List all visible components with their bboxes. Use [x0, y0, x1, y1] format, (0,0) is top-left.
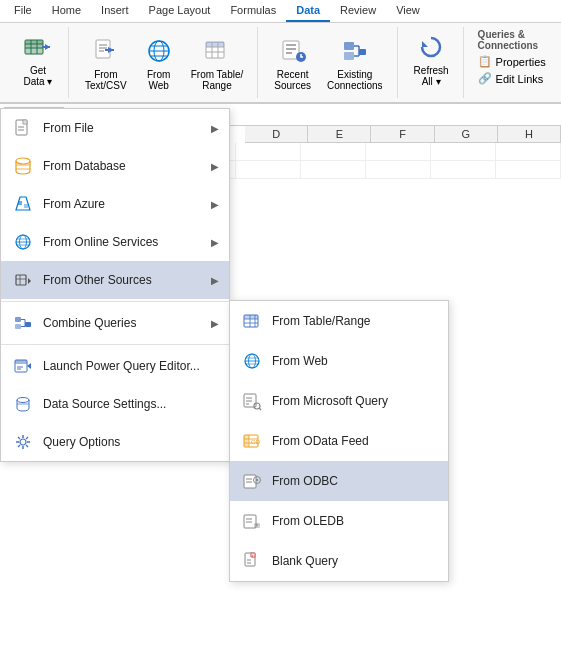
svg-rect-41: [23, 120, 27, 124]
ribbon-group-refresh: RefreshAll ▾: [400, 27, 464, 98]
tab-data[interactable]: Data: [286, 0, 330, 22]
combine-icon: [11, 311, 35, 335]
odbc-label: From ODBC: [272, 474, 438, 488]
from-web-ribbon-icon: [143, 35, 175, 67]
tab-insert[interactable]: Insert: [91, 0, 139, 22]
svg-point-44: [16, 158, 30, 164]
from-online-label: From Online Services: [43, 235, 211, 249]
menu-item-from-file[interactable]: From File ▶: [1, 109, 229, 147]
tab-view[interactable]: View: [386, 0, 430, 22]
get-data-label: GetData ▾: [24, 65, 53, 87]
tab-file[interactable]: File: [4, 0, 42, 22]
msquery-label: From Microsoft Query: [272, 394, 438, 408]
sheet-cell[interactable]: [366, 161, 431, 179]
secondary-menu-panel: From Table/Range From Web: [229, 300, 449, 582]
properties-label: Properties: [496, 56, 546, 68]
ribbon-group-import: FromText/CSV FromWeb: [71, 27, 258, 98]
odata-label: From OData Feed: [272, 434, 438, 448]
from-azure-arrow: ▶: [211, 199, 219, 210]
odata-icon: OD: [240, 429, 264, 453]
menu-item-queryopts[interactable]: Query Options: [1, 423, 229, 461]
existing-connections-icon: [339, 35, 371, 67]
from-range-icon: [201, 35, 233, 67]
edit-links-button[interactable]: 🔗 Edit Links: [474, 70, 550, 87]
launch-icon: [11, 354, 35, 378]
get-data-button[interactable]: GetData ▾: [16, 27, 60, 91]
svg-marker-69: [27, 363, 31, 369]
menu-item-from-other[interactable]: From Other Sources ▶: [1, 261, 229, 299]
svg-marker-39: [422, 41, 428, 47]
svg-rect-3: [25, 48, 43, 54]
existing-connections-button[interactable]: ExistingConnections: [321, 31, 389, 95]
menu-item-blank-query[interactable]: ! Blank Query: [230, 541, 448, 581]
svg-rect-16: [105, 49, 114, 51]
refresh-all-icon: [415, 31, 447, 63]
sheet-cell[interactable]: [236, 161, 301, 179]
properties-button[interactable]: 📋 Properties: [474, 53, 550, 70]
tab-formulas[interactable]: Formulas: [220, 0, 286, 22]
menu-item-from-online[interactable]: From Online Services ▶: [1, 223, 229, 261]
sheet-cell[interactable]: [366, 143, 431, 161]
menu-item-oledb[interactable]: From OLEDB: [230, 501, 448, 541]
from-web-ribbon-button[interactable]: FromWeb: [137, 31, 181, 95]
primary-menu-panel: From File ▶ From Database ▶: [0, 108, 230, 462]
from-database-label: From Database: [43, 159, 211, 173]
recent-sources-button[interactable]: RecentSources: [268, 31, 317, 95]
sheet-cell[interactable]: [496, 161, 561, 179]
sheet-cell[interactable]: [431, 143, 496, 161]
from-range-button[interactable]: From Table/Range: [185, 31, 250, 95]
recent-sources-icon: [277, 35, 309, 67]
tab-review[interactable]: Review: [330, 0, 386, 22]
tablerange-icon: [240, 309, 264, 333]
svg-text:!: !: [252, 554, 253, 559]
svg-rect-82: [244, 315, 258, 319]
from-other-icon: [11, 268, 35, 292]
menu-item-tablerange[interactable]: From Table/Range: [230, 301, 448, 341]
svg-rect-33: [344, 42, 354, 50]
queries-section: Queries & Connections 📋 Properties 🔗 Edi…: [474, 27, 550, 87]
svg-line-78: [26, 445, 28, 447]
sheet-cell[interactable]: [301, 143, 366, 161]
tab-pagelayout[interactable]: Page Layout: [139, 0, 221, 22]
menu-item-web[interactable]: From Web: [230, 341, 448, 381]
menu-item-combine[interactable]: Combine Queries ▶: [1, 304, 229, 342]
menu-item-from-azure[interactable]: From Azure ▶: [1, 185, 229, 223]
sheet-cell[interactable]: [236, 143, 301, 161]
from-online-arrow: ▶: [211, 237, 219, 248]
sheet-cell[interactable]: [431, 161, 496, 179]
svg-rect-60: [15, 324, 21, 329]
svg-rect-30: [286, 48, 296, 50]
from-other-arrow: ▶: [211, 275, 219, 286]
from-file-arrow: ▶: [211, 123, 219, 134]
menu-item-odata[interactable]: OD From OData Feed: [230, 421, 448, 461]
from-other-label: From Other Sources: [43, 273, 211, 287]
ribbon-tabs: File Home Insert Page Layout Formulas Da…: [0, 0, 561, 23]
svg-rect-1: [25, 40, 43, 44]
menu-item-launch[interactable]: Launch Power Query Editor...: [1, 347, 229, 385]
column-headers: D E F G H: [245, 126, 561, 143]
sheet-cell[interactable]: [301, 161, 366, 179]
menu-item-from-database[interactable]: From Database ▶: [1, 147, 229, 185]
svg-rect-64: [25, 322, 31, 327]
datasource-label: Data Source Settings...: [43, 397, 219, 411]
svg-rect-49: [24, 204, 28, 208]
from-text-button[interactable]: FromText/CSV: [79, 31, 133, 95]
from-azure-label: From Azure: [43, 197, 211, 211]
menu-item-datasource[interactable]: Data Source Settings...: [1, 385, 229, 423]
from-text-label: FromText/CSV: [85, 69, 127, 91]
refresh-all-button[interactable]: RefreshAll ▾: [408, 27, 455, 91]
svg-point-72: [20, 439, 26, 445]
sheet-cell[interactable]: [496, 143, 561, 161]
from-file-label: From File: [43, 121, 211, 135]
menu-item-odbc[interactable]: From ODBC: [230, 461, 448, 501]
menu-separator-2: [1, 344, 229, 345]
web-icon: [240, 349, 264, 373]
blank-query-icon: !: [240, 549, 264, 573]
from-file-icon: [11, 116, 35, 140]
ribbon-group-getdata: GetData ▾: [8, 27, 69, 98]
ribbon-body: GetData ▾ Fro: [0, 23, 561, 103]
svg-line-79: [26, 437, 28, 439]
menu-item-msquery[interactable]: From Microsoft Query: [230, 381, 448, 421]
tab-home[interactable]: Home: [42, 0, 91, 22]
ribbon: File Home Insert Page Layout Formulas Da…: [0, 0, 561, 104]
